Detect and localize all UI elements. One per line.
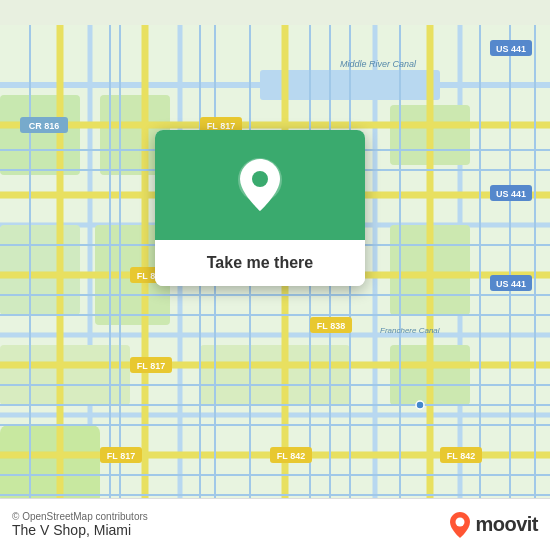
popup-card: Take me there [155, 130, 365, 286]
svg-text:FL 842: FL 842 [277, 451, 305, 461]
svg-point-81 [456, 517, 465, 526]
svg-rect-10 [0, 95, 80, 175]
svg-rect-19 [0, 425, 100, 505]
location-name: The V Shop, Miami [12, 522, 148, 538]
bottom-bar: © OpenStreetMap contributors The V Shop,… [0, 498, 550, 550]
svg-text:FL 838: FL 838 [317, 321, 345, 331]
moovit-pin-icon [449, 511, 471, 539]
popup-header [155, 130, 365, 240]
location-pin-icon [235, 155, 285, 215]
svg-text:US 441: US 441 [496, 44, 526, 54]
svg-rect-11 [0, 225, 80, 315]
svg-text:US 441: US 441 [496, 189, 526, 199]
svg-text:US 441: US 441 [496, 279, 526, 289]
bottom-left-info: © OpenStreetMap contributors The V Shop,… [12, 511, 148, 538]
moovit-logo[interactable]: moovit [449, 511, 538, 539]
map-container: CR 816 FL 817 FL 817 FL 817 FL 817 FL 81… [0, 0, 550, 550]
svg-text:FL 842: FL 842 [447, 451, 475, 461]
svg-text:FL 817: FL 817 [137, 361, 165, 371]
take-me-there-button[interactable]: Take me there [155, 240, 365, 286]
attribution-text: © OpenStreetMap contributors [12, 511, 148, 522]
svg-text:FL 817: FL 817 [107, 451, 135, 461]
moovit-brand-text: moovit [475, 513, 538, 536]
svg-text:Franchere Canal: Franchere Canal [380, 326, 440, 335]
svg-point-80 [252, 171, 268, 187]
svg-text:Middle River Canal: Middle River Canal [340, 59, 417, 69]
svg-point-77 [416, 401, 424, 409]
svg-text:CR 816: CR 816 [29, 121, 60, 131]
svg-rect-17 [200, 345, 350, 405]
